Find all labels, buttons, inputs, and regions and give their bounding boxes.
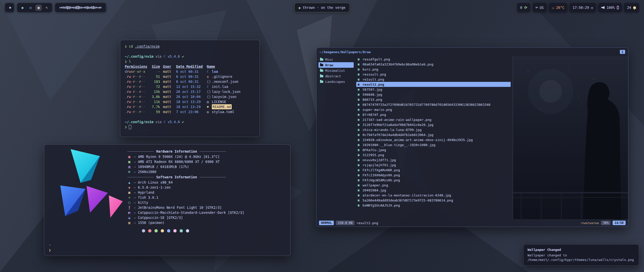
clock-widget[interactable]: 17:50:29 ◷ <box>570 3 596 12</box>
info-value: kitty <box>138 200 148 205</box>
file-row[interactable]: ▣ 3122955.png <box>356 152 511 157</box>
file-name: re1sult.png <box>363 78 384 81</box>
file-type-icon: ☾ <box>207 69 212 74</box>
file-row[interactable]: ▣ 8FKa7Cu.jpeg <box>356 147 511 152</box>
info-icon: ▩ <box>127 160 131 164</box>
file-name: wallpaper.png <box>363 183 388 187</box>
audio-visualizer-widget[interactable] <box>55 3 106 12</box>
color-swatch <box>148 229 151 232</box>
info-icon: ▥ <box>127 165 131 169</box>
tab-badge[interactable]: 1 <box>620 50 625 54</box>
sidebar-folder-item[interactable]: Abstract <box>318 73 354 79</box>
image-file-icon: ▣ <box>358 123 363 126</box>
file-row[interactable]: ▣ 154928-odinokoe_anime-art-anime-okno-s… <box>356 137 511 142</box>
notification-popup[interactable]: Wallpaper Changed Wallpaper changed to /… <box>523 244 639 266</box>
file-row[interactable]: ▣ FXfcII0X0AQyn9X.png <box>356 173 511 178</box>
mode-badge: NORMAL <box>319 221 334 225</box>
starship-prompt: ~/.config/nvimvia☾ v5.4.6✔ <box>125 54 255 59</box>
file-size: 51 <box>149 74 160 79</box>
file-row[interactable]: ▣ atardecer-en-la-montanas-ilustracion-6… <box>356 193 511 198</box>
updates-widget[interactable]: 0 ⟳ <box>517 3 530 12</box>
file-row[interactable]: ▣ 87r687df.png <box>356 112 511 117</box>
launcher-button[interactable]: ▶ <box>5 3 14 12</box>
file-row[interactable]: ▣ 19201080-__blue-tinge__-1920×1080.jpg <box>356 142 511 147</box>
input-line[interactable]: ❯ <box>125 124 255 129</box>
temperature-widget[interactable]: ♨ 26°C <box>549 3 567 12</box>
workspace-button[interactable]: ◎ <box>27 5 34 11</box>
file-name: 08a634fa02a32364f69ebc86a98eb1eb.png <box>363 62 433 66</box>
text-cursor <box>129 125 131 129</box>
scroll-percent-badge: 36% <box>601 221 611 225</box>
workspace-app-icon: ▣ <box>37 6 39 10</box>
file-row[interactable]: ▣ ressdfgult.png <box>356 57 511 62</box>
permissions: .rw-r--r-- <box>125 89 149 94</box>
file-row[interactable]: ▣ super-mario.png <box>356 107 511 112</box>
file-row[interactable]: ▣ 20492984.jpg <box>356 188 511 193</box>
file-row[interactable]: ▣ FXfcJlTXgAMvH6R.png <box>356 167 511 173</box>
sidebar-folder-item[interactable]: Misc <box>318 57 354 62</box>
distro-logo <box>49 149 123 231</box>
info-value: 644x272 <box>138 170 156 174</box>
arrow-icon: → <box>134 185 136 189</box>
image-file-icon: ▣ <box>358 198 363 202</box>
music-icon: ◉ <box>299 6 301 10</box>
file-row[interactable]: ▣ wallpaper.png <box>356 183 511 188</box>
lua-version-number: v5.4.6 <box>168 54 180 58</box>
file-row[interactable]: ▣ kurz.png <box>356 67 511 72</box>
sidebar-folder-item[interactable]: Landscapes <box>318 79 354 84</box>
file-row[interactable]: ▣ 5a266e448add93deab367d87173e9f25-68378… <box>356 198 511 203</box>
workspace-button[interactable]: ◉ <box>19 5 26 11</box>
file-row[interactable]: ▣ 68747470733a2f2f696d616765732d7769786d… <box>356 102 511 107</box>
file-row[interactable]: ▣ 08a634fa02a32364f69ebc86a98eb1eb.png <box>356 62 511 67</box>
file-row[interactable]: ▣ re1sult.png <box>356 77 511 82</box>
fetch-terminal-window[interactable]: Hardware Information ▦ → AMD Ryzen 9 590… <box>44 144 291 256</box>
file-name: 8FKa7Cu.jpeg <box>363 148 386 152</box>
file-row[interactable]: ▣ 217167-sad-anime-rain-wallpaper.png <box>356 117 511 122</box>
workspace-button[interactable]: ▣ <box>35 5 42 11</box>
file-row[interactable]: ▣ nnvuv0xj2df71.jpg <box>356 157 511 162</box>
arrow-icon: → <box>134 221 136 225</box>
file-row[interactable]: ▣ result2.png <box>356 82 511 87</box>
shell-prompt[interactable]: ~ ❯ <box>49 243 51 253</box>
file-date: 18 oct 13:29 <box>176 104 204 109</box>
color-swatch <box>186 229 189 232</box>
notification-title: Wallpaper Changed <box>528 248 635 252</box>
status-bar: NORMAL 218.8 KB result2.png -rwxrwxrwx 3… <box>316 219 628 227</box>
file-row[interactable]: ▣ EeNKYgIUcAAJ5JX.png <box>356 203 511 208</box>
file-row[interactable]: ▣ 3126f7e9bbf21a8a4af0b67b041c6e26.jpg <box>356 122 511 127</box>
file-type-icon: ▼ <box>207 104 212 109</box>
arrow-icon: → <box>134 190 136 194</box>
file-manager-header: ~/Imagenes/Wallpapers/Draw 1 <box>316 48 628 56</box>
file-row[interactable]: ▣ FXfcHgcWIAMzs0G.png <box>356 178 511 183</box>
file-row[interactable]: ▣ 866715.png <box>356 97 511 102</box>
sidebar-folder-item[interactable]: Draw <box>318 62 354 68</box>
software-section-title: Software Information <box>156 175 197 179</box>
info-value: Catppuccin-SE [GTK2/3] <box>138 216 183 220</box>
topbar: ▶ ◉ ◎ ▣ ✎ ◉ thrown - on the verge 0 <box>0 3 644 13</box>
folder-name: Abstract <box>325 74 341 78</box>
file-type-icon: ▤ <box>207 99 212 104</box>
permissions: .rw-r--r-- <box>125 104 149 109</box>
file-row[interactable]: ▣ 596848.jpg <box>356 92 511 97</box>
file-name: result2.png <box>363 83 384 86</box>
terminal-window[interactable]: ❯cd.config/nvim ~/.config/nvimvia☾ v5.4.… <box>120 40 260 137</box>
volume-widget[interactable]: 100% <box>598 3 622 12</box>
starship-prompt: ~/.config/nvimvia☾ v5.4.6✔ <box>125 119 255 124</box>
file-row[interactable]: ▣ chica-mirando-la-luna-8799.jpg <box>356 127 511 132</box>
keyboard-layout-widget[interactable]: ⌨ US <box>533 3 547 12</box>
image-file-icon: ▣ <box>358 103 363 106</box>
notifications-widget[interactable]: 24 <box>624 3 639 12</box>
prompt-char: ❯ <box>125 44 127 49</box>
workspace-button[interactable]: ✎ <box>44 5 50 11</box>
arrow-icon: → <box>134 211 136 215</box>
via-label: via <box>155 119 162 124</box>
file-row[interactable]: ▣ 587597.jpg <box>356 87 511 92</box>
sidebar-folder-item[interactable]: Minimalist <box>318 68 354 73</box>
file-owner: matt <box>163 104 173 109</box>
media-player-widget[interactable]: ◉ thrown - on the verge <box>294 3 350 12</box>
arrow-icon: → <box>134 216 136 220</box>
file-row[interactable]: ▣ resssult.png <box>356 72 511 77</box>
file-row[interactable]: ▣ 0c794faf07de24a4db4d4fb1eb813964.jpg <box>356 132 511 137</box>
file-manager-window[interactable]: ~/Imagenes/Wallpapers/Draw 1 Misc Draw M… <box>316 47 628 227</box>
file-row[interactable]: ▣ rsjqojlmjhf91.jpg <box>356 162 511 167</box>
